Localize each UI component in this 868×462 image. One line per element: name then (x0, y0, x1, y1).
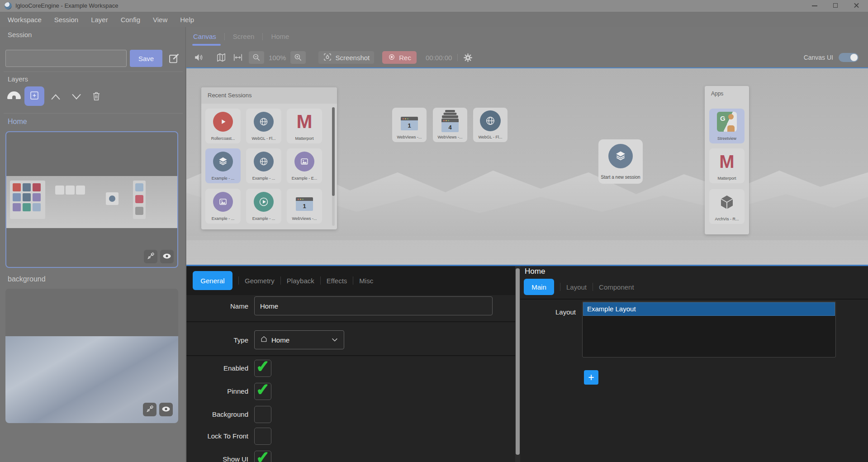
webview-icon: 1 (294, 194, 314, 214)
play-icon (254, 192, 274, 212)
tab-playback[interactable]: Playback (287, 277, 314, 285)
delete-layer-icon[interactable] (90, 90, 102, 102)
app-tile[interactable]: M Matterport (709, 148, 745, 183)
home-layer-preview[interactable] (5, 131, 178, 268)
record-icon (388, 53, 396, 62)
lock-to-front-label: Lock To Front (186, 432, 248, 440)
layout-list-item-selected[interactable]: Example Layout (583, 302, 835, 316)
canvas-tabs: Canvas Screen Home (193, 33, 289, 40)
recent-sessions-scrollbar[interactable] (332, 107, 335, 226)
close-button[interactable] (849, 0, 863, 11)
layer-name-home[interactable]: Home (8, 118, 27, 126)
tab-separator (593, 283, 593, 291)
app-logo-icon (5, 2, 12, 10)
minimize-button[interactable] (808, 0, 821, 11)
name-input[interactable] (254, 296, 493, 315)
menu-item-layer[interactable]: Layer (91, 16, 108, 24)
menu-item-session[interactable]: Session (54, 16, 78, 24)
session-tile[interactable]: 1 WebViews -... (392, 108, 427, 142)
zoom-out-button[interactable] (249, 51, 264, 64)
start-new-session-tile[interactable]: Start a new session (598, 139, 643, 184)
session-tile[interactable]: WebGL - Fl... (246, 109, 281, 143)
mini-apps-panel (133, 181, 146, 219)
app-tile[interactable]: ArchVis - R... (709, 189, 745, 224)
matterport-icon: M (294, 112, 314, 132)
session-tile[interactable]: 4 WebViews -... (433, 108, 467, 142)
properties-scrollbar[interactable] (515, 266, 520, 462)
show-layer-eye-button[interactable] (159, 403, 173, 416)
tab-separator (262, 33, 263, 40)
session-tile[interactable]: Example - E... (287, 148, 322, 183)
canvas-viewport[interactable]: Recent Sessions Rollercoast... WebGL - F… (186, 67, 868, 266)
tab-separator (320, 276, 321, 285)
mini-tile (55, 186, 64, 195)
type-value: Home (271, 336, 289, 344)
igloo-home-icon[interactable] (7, 91, 21, 99)
maximize-button[interactable] (829, 0, 842, 11)
session-tile[interactable]: Example - ... (205, 189, 241, 224)
edit-session-icon[interactable] (168, 52, 180, 65)
canvas-ui-toggle[interactable] (839, 53, 859, 62)
menu-item-help[interactable]: Help (180, 16, 194, 24)
recording-timer: 00:00:00 (426, 54, 452, 62)
settings-gear-icon[interactable] (463, 53, 473, 62)
screenshot-button[interactable]: Screenshot (318, 51, 374, 64)
record-button[interactable]: Rec (382, 51, 417, 64)
tab-effects[interactable]: Effects (327, 277, 347, 285)
session-name-input[interactable] (5, 50, 127, 67)
app-tile[interactable]: G Streetview (709, 109, 745, 143)
tab-component[interactable]: Component (599, 283, 634, 291)
section-divider (520, 299, 868, 300)
pin-layer-button[interactable] (143, 403, 157, 416)
tab-misc[interactable]: Misc (359, 277, 373, 285)
lock-to-front-checkbox[interactable] (254, 428, 271, 445)
enabled-checkbox[interactable] (254, 360, 271, 377)
layers-icon (213, 152, 233, 171)
background-layer-preview[interactable] (5, 289, 178, 423)
sidebar-divider (4, 71, 183, 72)
pinned-checkbox[interactable] (254, 383, 271, 400)
session-tile[interactable]: Rollercoast... (205, 109, 241, 143)
globe-icon (254, 112, 274, 132)
save-session-button[interactable]: Save (130, 50, 162, 67)
move-layer-up-button[interactable] (49, 93, 62, 102)
tab-geometry[interactable]: Geometry (245, 277, 275, 285)
layer-name-background[interactable]: background (8, 275, 46, 283)
session-tile[interactable]: WebGL - Fl... (473, 108, 508, 142)
show-ui-checkbox[interactable] (254, 451, 271, 462)
layout-listbox[interactable]: Example Layout (582, 301, 836, 357)
fit-width-icon[interactable] (232, 52, 243, 62)
tab-screen[interactable]: Screen (233, 33, 255, 40)
matterport-icon: M (717, 152, 737, 171)
menu-item-view[interactable]: View (153, 16, 167, 24)
show-layer-eye-button[interactable] (160, 250, 174, 263)
tab-separator (280, 276, 281, 285)
tab-home[interactable]: Home (271, 33, 289, 40)
session-tile[interactable]: Example - ... (246, 189, 281, 224)
session-tile[interactable]: Example - ... (205, 148, 241, 183)
tab-main[interactable]: Main (524, 279, 554, 295)
canvas-toolbar: 100% Screenshot Rec 00:00:00 (194, 51, 473, 64)
map-icon[interactable] (216, 52, 226, 62)
tab-canvas[interactable]: Canvas (193, 33, 216, 40)
audio-volume-icon[interactable] (194, 52, 204, 62)
background-checkbox[interactable] (254, 406, 271, 423)
add-layer-button[interactable] (24, 86, 44, 106)
session-tile[interactable]: 1 WebViews -... (287, 189, 322, 224)
zoom-in-button[interactable] (290, 51, 306, 64)
layers-section-label: Layers (8, 75, 28, 83)
type-dropdown[interactable]: Home (254, 330, 344, 349)
row-divider (186, 355, 515, 356)
session-tile[interactable]: Example - ... (246, 148, 281, 183)
tab-separator (560, 283, 560, 291)
session-tile[interactable]: M Matterport (287, 109, 322, 143)
menu-item-config[interactable]: Config (121, 16, 140, 24)
pin-layer-button[interactable] (144, 250, 157, 263)
add-layout-button[interactable]: + (584, 370, 598, 385)
tab-general[interactable]: General (193, 271, 232, 290)
tab-layout[interactable]: Layout (566, 283, 587, 291)
move-layer-down-button[interactable] (70, 93, 83, 102)
menu-item-workspace[interactable]: Workspace (8, 16, 42, 24)
apps-panel: Apps G Streetview M Matterport ArchVis -… (705, 86, 749, 234)
application-window: IglooCoreEngine - Example Workspace Work… (0, 0, 868, 462)
